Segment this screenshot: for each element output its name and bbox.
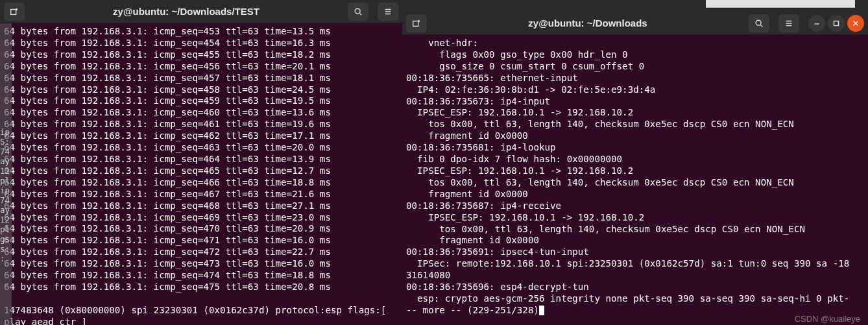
maximize-button[interactable] — [828, 15, 845, 32]
close-button[interactable] — [847, 15, 864, 32]
window-title-right: zy@ubuntu: ~/Downloads — [429, 18, 746, 29]
background-gutter-text: ip S: 74 ay 12 pl ip 74 ay 12 pl gs: s: … — [0, 23, 12, 325]
svg-rect-4 — [834, 21, 839, 25]
titlebar-left[interactable]: zy@ubuntu: ~/Downloads/TEST — [0, 0, 402, 23]
svg-rect-2 — [413, 21, 418, 26]
new-tab-button[interactable] — [406, 14, 427, 32]
titlebar-right[interactable]: zy@ubuntu: ~/Downloads — [402, 12, 868, 35]
terminal-window-right: zy@ubuntu: ~/Downloads vnet-hdr: flags 0… — [402, 12, 868, 325]
svg-point-1 — [355, 8, 360, 14]
watermark: CSDN @kuaileye — [795, 314, 860, 324]
search-button[interactable] — [348, 3, 368, 21]
terminal-output-right[interactable]: vnet-hdr: flags 0x00 gso_type 0x00 hdr_l… — [402, 35, 868, 325]
menu-button[interactable] — [378, 3, 398, 21]
search-button[interactable] — [749, 14, 769, 32]
window-title-left: zy@ubuntu: ~/Downloads/TEST — [27, 6, 345, 17]
menu-button[interactable] — [778, 14, 799, 32]
cursor — [539, 306, 544, 315]
terminal-output-left[interactable]: 64 bytes from 192.168.3.1: icmp_seq=453 … — [0, 23, 402, 325]
svg-point-3 — [756, 20, 761, 25]
svg-rect-0 — [11, 9, 16, 14]
terminal-window-left: zy@ubuntu: ~/Downloads/TEST ip S: 74 ay … — [0, 0, 402, 325]
new-tab-button[interactable] — [4, 3, 25, 21]
background-tab-hint — [706, 0, 855, 8]
minimize-button[interactable] — [808, 15, 825, 32]
